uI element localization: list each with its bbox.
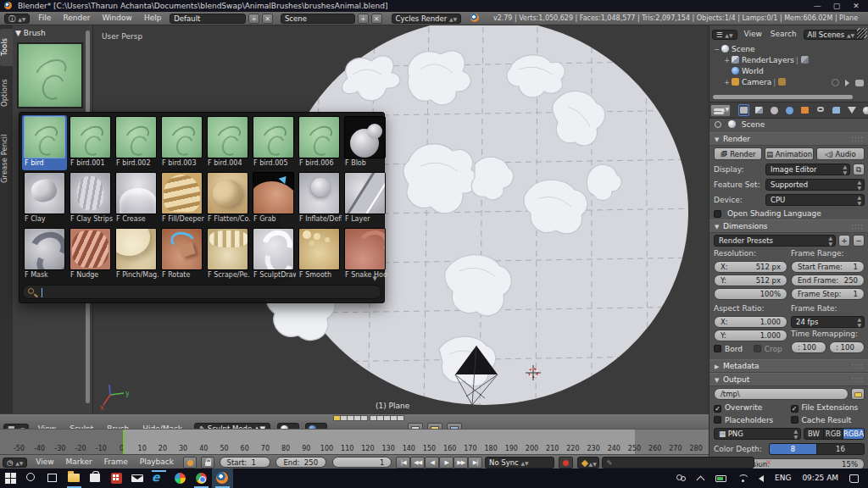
scene-selector[interactable]: Scene xyxy=(281,14,355,24)
visibility-eye-icon[interactable] xyxy=(832,79,839,86)
sync-mode-dropdown[interactable]: No Sync ▲▼ xyxy=(485,457,554,469)
frame-rate-dropdown[interactable]: 24 fps▲▼ xyxy=(791,316,865,328)
menu-help[interactable]: Help xyxy=(138,12,168,25)
scene-add-button[interactable]: + xyxy=(358,14,369,24)
render-panel-header[interactable]: ▼Render:::: xyxy=(709,132,868,146)
dimensions-panel-header[interactable]: ▼Dimensions:::: xyxy=(709,219,868,233)
editor-type-properties-button[interactable]: ▲▼ xyxy=(710,104,731,117)
jump-next-keyframe-button[interactable]: ▶▶ xyxy=(453,457,468,469)
delete-keyframe-icon[interactable]: ✕ xyxy=(765,458,772,467)
depth-16[interactable]: 16 xyxy=(817,444,864,454)
shelf-tab-greasepencil[interactable]: Grease Pencil xyxy=(0,120,13,197)
resolution-percentage-slider[interactable]: 100% xyxy=(714,288,787,300)
timeline-menu-view[interactable]: View xyxy=(30,455,59,469)
scene-delete-button[interactable]: ✕ xyxy=(371,14,382,24)
tab-render[interactable] xyxy=(738,104,749,116)
menu-file[interactable]: File xyxy=(32,12,57,25)
current-frame-field[interactable]: 1 xyxy=(332,457,392,468)
jump-prev-keyframe-button[interactable]: ◀◀ xyxy=(410,457,425,469)
device-dropdown[interactable]: CPU▲▼ xyxy=(765,194,865,206)
depth-8[interactable]: 8 xyxy=(770,444,817,454)
render-presets-dropdown[interactable]: Render Presets▲▼ xyxy=(714,235,836,247)
jump-to-start-button[interactable]: |◀ xyxy=(396,457,410,469)
taskbar-start-icon[interactable] xyxy=(0,469,21,488)
file-browse-button[interactable] xyxy=(851,388,865,400)
outliner-row[interactable]: World xyxy=(709,66,868,77)
render-button[interactable]: 🗊 Render xyxy=(714,147,762,160)
start-frame-field[interactable]: Start: 1 xyxy=(220,457,270,468)
feature-set-dropdown[interactable]: Supported▲▼ xyxy=(765,179,865,191)
brush-item[interactable]: F Scrape/Pe... xyxy=(205,227,250,282)
file-format-dropdown[interactable]: ▦ PNG▲▼ xyxy=(714,428,801,440)
current-frame-indicator[interactable] xyxy=(123,430,125,454)
battery-icon[interactable] xyxy=(715,475,726,482)
brush-item[interactable]: F Flatten/Co... xyxy=(205,171,250,226)
active-keying-set-field[interactable]: ✎ xyxy=(602,457,754,469)
auto-keyframe-record-button[interactable] xyxy=(559,457,573,469)
end-frame-field[interactable]: End: 250 xyxy=(275,457,326,468)
brush-item[interactable]: F Pinch/Mag... xyxy=(114,227,159,282)
outliner-row[interactable]: −Scene xyxy=(709,44,868,55)
taskbar-task-icon[interactable] xyxy=(42,469,64,488)
remap-new-field[interactable]: : 100 xyxy=(829,341,865,353)
panel-resize-corner[interactable] xyxy=(857,28,867,38)
expander-icon[interactable]: + xyxy=(723,55,731,66)
popup-scroll-down-icon[interactable]: ▼ xyxy=(373,275,377,282)
shelf-tab-tools[interactable]: Tools xyxy=(0,29,13,66)
volume-icon[interactable] xyxy=(759,475,764,482)
play-reverse-button[interactable]: ◀ xyxy=(425,457,439,469)
file-extensions-checkbox[interactable]: ✓ xyxy=(791,405,798,413)
taskbar-movies-icon[interactable] xyxy=(106,469,127,488)
outliner-filter-selector[interactable]: All Scenes ▲▼ xyxy=(804,30,865,40)
pin-icon[interactable] xyxy=(715,121,721,128)
preset-remove-button[interactable]: − xyxy=(853,235,865,247)
resolution-x-field[interactable]: X:512 px xyxy=(714,261,787,273)
taskbar-store-icon[interactable] xyxy=(85,469,106,488)
timeline-ruler[interactable]: -50-40-30-20-100102030405060708090100110… xyxy=(0,429,709,454)
frame-step-field[interactable]: Frame Step:1 xyxy=(791,288,865,300)
outliner-menu-view[interactable]: View xyxy=(739,27,765,41)
brush-item[interactable]: F Crease xyxy=(114,171,159,226)
animation-button[interactable]: ▤ Animation xyxy=(765,147,813,160)
expander-icon[interactable]: − xyxy=(713,44,721,55)
maximize-button[interactable]: ▢ xyxy=(828,0,845,12)
brush-item[interactable]: F bird.003 xyxy=(159,115,204,170)
brush-item[interactable]: F Grab xyxy=(251,171,296,226)
play-button[interactable]: ▶ xyxy=(439,457,453,469)
editor-type-outliner-button[interactable]: ☰ ▲▼ xyxy=(712,30,737,40)
brush-search-field[interactable] xyxy=(22,285,381,299)
timeline-menu-playback[interactable]: Playback xyxy=(134,455,180,469)
taskbar-mail-icon[interactable] xyxy=(127,469,148,488)
brush-item[interactable]: F Clay Strips xyxy=(68,171,113,226)
tab-material[interactable] xyxy=(861,104,868,116)
remap-old-field[interactable]: : 100 xyxy=(791,341,826,353)
start-frame-field[interactable]: Start Frame:1 xyxy=(791,261,865,273)
tab-object[interactable] xyxy=(799,104,810,116)
tab-data[interactable] xyxy=(846,104,857,116)
cache-result-checkbox[interactable] xyxy=(791,416,798,424)
brush-item[interactable]: F Clay xyxy=(22,171,67,226)
keying-set-selector[interactable]: ▲▼ xyxy=(577,457,599,469)
active-brush-preview[interactable] xyxy=(17,42,83,108)
end-frame-field[interactable]: End Frame:250 xyxy=(791,274,865,286)
taskbar-edge-icon[interactable]: e xyxy=(148,469,170,488)
tab-world[interactable] xyxy=(784,104,795,116)
outliner-menu-search[interactable]: Search xyxy=(766,27,801,41)
brush-item[interactable]: F bird.002 xyxy=(114,115,159,170)
shelf-tab-options[interactable]: Options xyxy=(0,69,13,117)
outliner-row[interactable]: +RenderLayers| xyxy=(709,55,868,66)
resolution-y-field[interactable]: Y:512 px xyxy=(714,274,787,286)
brush-item[interactable]: F SculptDraw xyxy=(251,227,296,282)
taskbar-blender-icon[interactable] xyxy=(212,469,233,488)
channel-bw[interactable]: BW xyxy=(804,429,824,439)
action-center-icon[interactable] xyxy=(849,474,859,483)
output-panel-header[interactable]: ▼Output:::: xyxy=(709,373,868,386)
display-new-window-button[interactable]: ⧉ xyxy=(853,164,865,175)
taskbar-explorer-icon[interactable] xyxy=(64,469,85,488)
people-icon[interactable] xyxy=(676,474,686,483)
outliner-row[interactable]: +Camera| xyxy=(709,77,868,88)
brush-item[interactable]: F Inflate/Defl xyxy=(297,171,342,226)
channel-rgba[interactable]: RGBA xyxy=(843,429,864,439)
brush-item[interactable]: F bird.005 xyxy=(251,115,296,170)
tab-render-layers[interactable] xyxy=(754,104,765,116)
